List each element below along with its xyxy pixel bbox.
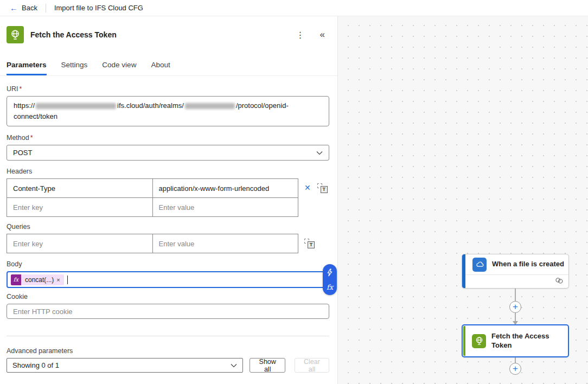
panel-header: Fetch the Access Token ⋮ « [7,26,329,43]
expression-button[interactable]: fx [323,280,337,293]
uri-input[interactable]: https://ifs.cloud/auth/realms//protocol/… [7,96,329,126]
queries-text-mode-icon[interactable]: T [304,238,315,248]
header-row [7,179,298,198]
advanced-parameters-value: Showing 0 of 1 [12,361,59,369]
back-label: Back [22,4,37,12]
back-arrow-icon: ← [10,4,18,12]
trigger-node-title: When a file is created [492,260,564,268]
headers-label: Headers [7,168,329,175]
delete-header-row-icon[interactable]: ✕ [304,184,311,191]
more-options-icon[interactable]: ⋮ [296,30,305,40]
header-value-input[interactable] [153,198,298,216]
method-label: Method* [7,134,329,142]
query-row [7,234,298,253]
headers-table [7,178,298,217]
back-button[interactable]: ← Back [10,4,37,12]
method-dropdown[interactable]: POST [7,145,329,161]
method-value: POST [13,149,32,157]
section-divider [7,336,329,336]
chevron-down-icon [231,361,237,369]
action-config-panel: Fetch the Access Token ⋮ « Parameters Se… [0,16,337,384]
http-globe-icon [7,26,24,43]
edge-line [515,313,516,322]
flow-canvas[interactable]: When a file is created + [337,16,588,384]
clear-all-button[interactable]: Clear all [295,358,329,373]
panel-title: Fetch the Access Token [30,30,117,39]
advanced-parameters-dropdown[interactable]: Showing 0 of 1 [7,358,243,373]
headers-text-mode-icon[interactable]: T [317,183,328,193]
header-key-input[interactable] [7,179,152,197]
queries-table [7,234,298,253]
uri-label: URI* [7,85,329,93]
chevron-down-icon [316,149,323,157]
tab-about[interactable]: About [151,57,170,75]
insert-step-button[interactable]: + [509,301,521,313]
panel-tabs: Parameters Settings Code view About [0,57,337,76]
insert-step-button[interactable]: + [509,363,521,375]
topbar-divider [46,4,46,12]
header-row [7,198,298,216]
header-value-input[interactable] [153,179,298,197]
body-input[interactable]: fx concat(...) × [7,271,329,288]
dynamic-content-button[interactable] [323,266,337,279]
text-caret [67,276,68,284]
query-value-input[interactable] [153,234,298,253]
redacted-realm-segment [185,103,235,109]
tab-settings[interactable]: Settings [61,57,88,75]
redacted-host-segment [36,103,116,109]
cookie-label: Cookie [7,293,329,300]
header-key-input[interactable] [7,198,152,216]
flow-title: Import file to IFS Cloud CFG [54,4,143,12]
advanced-parameters-label: Advanced parameters [7,347,329,355]
token-text: concat(...) [25,276,54,284]
remove-token-icon[interactable]: × [56,277,60,283]
trigger-node-when-a-file-is-created[interactable]: When a file is created [462,254,569,289]
onedrive-cloud-icon [472,258,487,272]
edge-line [515,289,516,302]
query-key-input[interactable] [7,234,152,253]
http-globe-icon [472,334,486,348]
tab-parameters[interactable]: Parameters [7,57,47,75]
uri-text-part: ifs.cloud/auth/realms/ [117,101,184,110]
input-assist-capsule: fx [323,264,337,295]
collapse-panel-icon[interactable]: « [320,29,325,40]
action-node-title: Fetch the Access Token [491,332,558,350]
tab-code-view[interactable]: Code view [102,57,136,75]
connection-icon[interactable] [555,277,564,286]
body-label: Body [7,260,329,268]
expression-token[interactable]: fx concat(...) × [11,274,64,285]
uri-text-part: https:// [14,101,35,110]
queries-label: Queries [7,223,329,231]
cookie-input[interactable] [7,304,329,319]
fx-badge-icon: fx [11,274,21,285]
action-node-fetch-the-access-token[interactable]: Fetch the Access Token [462,324,569,357]
show-all-button[interactable]: Show all [250,358,285,373]
top-bar: ← Back Import file to IFS Cloud CFG [0,0,588,16]
